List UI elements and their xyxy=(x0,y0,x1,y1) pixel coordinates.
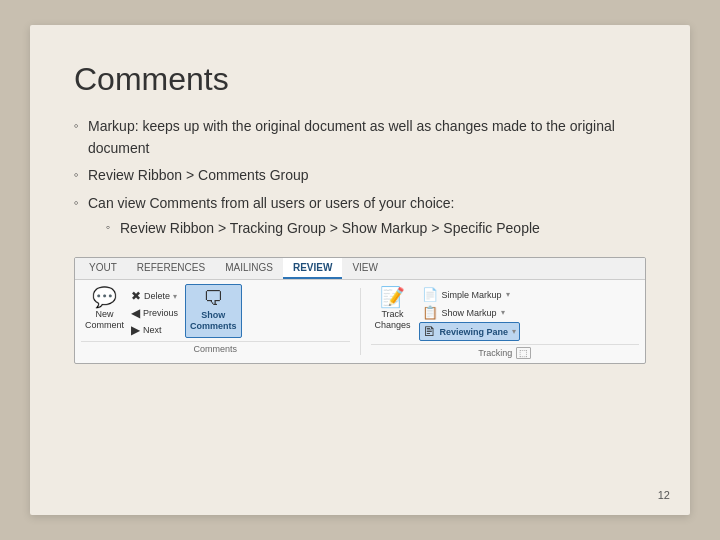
simple-markup-icon: 📄 xyxy=(422,287,438,302)
tab-review[interactable]: REVIEW xyxy=(283,258,342,279)
ribbon: YOUT REFERENCES MAILINGS REVIEW VIEW 💬 N… xyxy=(74,257,646,364)
list-item: Review Ribbon > Comments Group xyxy=(74,165,646,187)
track-changes-label: TrackChanges xyxy=(375,309,411,331)
reviewing-pane-icon: 🖹 xyxy=(423,324,436,339)
show-comments-label: ShowComments xyxy=(190,310,237,332)
list-item: Can view Comments from all users or user… xyxy=(74,193,646,239)
slide: Comments Markup: keeps up with the origi… xyxy=(30,25,690,515)
delete-prev-next-group: ✖ Delete ▾ ◀ Previous ▶ Next xyxy=(128,288,181,338)
simple-markup-button[interactable]: 📄 Simple Markup ▾ xyxy=(419,286,521,303)
show-comments-button[interactable]: 🗨 ShowComments xyxy=(185,284,242,338)
tracking-group: 📝 TrackChanges 📄 Simple Markup ▾ 📋 Show … xyxy=(371,284,640,359)
tracking-options: 📄 Simple Markup ▾ 📋 Show Markup ▾ 🖹 Revi… xyxy=(419,286,521,341)
delete-button[interactable]: ✖ Delete ▾ xyxy=(128,288,181,304)
delete-icon: ✖ xyxy=(131,289,141,303)
sub-bullet-list: Review Ribbon > Tracking Group > Show Ma… xyxy=(88,218,646,240)
slide-title: Comments xyxy=(74,61,646,98)
list-item: Markup: keeps up with the original docum… xyxy=(74,116,646,159)
new-comment-icon: 💬 xyxy=(92,287,117,307)
tracking-group-inner: 📝 TrackChanges 📄 Simple Markup ▾ 📋 Show … xyxy=(371,284,640,341)
new-comment-button[interactable]: 💬 NewComment xyxy=(81,284,128,338)
track-changes-icon: 📝 xyxy=(380,287,405,307)
show-comments-icon: 🗨 xyxy=(203,288,223,308)
next-icon: ▶ xyxy=(131,323,140,337)
tracking-group-label: Tracking ⬚ xyxy=(371,344,640,359)
tracking-dialog-launcher[interactable]: ⬚ xyxy=(516,347,531,359)
tab-references[interactable]: REFERENCES xyxy=(127,258,215,279)
track-changes-button[interactable]: 📝 TrackChanges xyxy=(371,284,415,341)
ribbon-tabs: YOUT REFERENCES MAILINGS REVIEW VIEW xyxy=(75,258,645,280)
slide-number: 12 xyxy=(658,489,670,501)
new-comment-label: NewComment xyxy=(85,309,124,331)
show-markup-icon: 📋 xyxy=(422,305,438,320)
show-markup-button[interactable]: 📋 Show Markup ▾ xyxy=(419,304,521,321)
next-button[interactable]: ▶ Next xyxy=(128,322,181,338)
previous-button[interactable]: ◀ Previous xyxy=(128,305,181,321)
ribbon-body: 💬 NewComment ✖ Delete ▾ ◀ Previous xyxy=(75,280,645,363)
comments-group: 💬 NewComment ✖ Delete ▾ ◀ Previous xyxy=(81,284,350,354)
tab-mailings[interactable]: MAILINGS xyxy=(215,258,283,279)
previous-icon: ◀ xyxy=(131,306,140,320)
tab-view[interactable]: VIEW xyxy=(342,258,388,279)
comments-group-inner: 💬 NewComment ✖ Delete ▾ ◀ Previous xyxy=(81,284,350,338)
reviewing-pane-button[interactable]: 🖹 Reviewing Pane ▾ xyxy=(419,322,521,341)
tab-yout[interactable]: YOUT xyxy=(79,258,127,279)
comments-group-label: Comments xyxy=(81,341,350,354)
bullet-list: Markup: keeps up with the original docum… xyxy=(74,116,646,239)
ribbon-divider xyxy=(360,288,361,355)
list-item: Review Ribbon > Tracking Group > Show Ma… xyxy=(106,218,646,240)
